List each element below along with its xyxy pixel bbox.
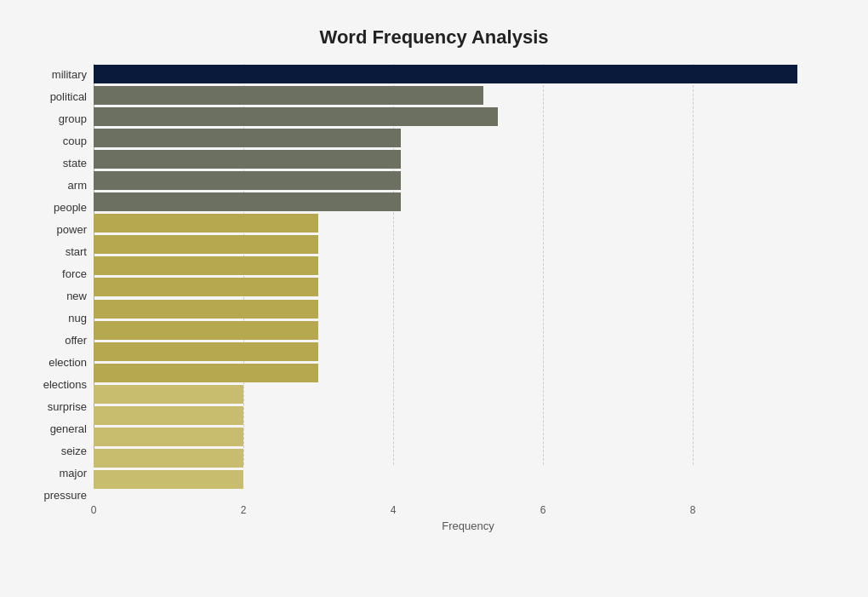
bar-row (94, 255, 842, 277)
bar-row (94, 192, 842, 213)
bar-row (94, 213, 842, 234)
y-label: force (62, 263, 87, 285)
y-label: major (59, 462, 87, 485)
bar-row (94, 234, 842, 255)
bar (94, 256, 318, 275)
y-label: pressure (43, 485, 87, 507)
bar-row (94, 383, 842, 405)
y-label: coup (63, 130, 87, 152)
bar (94, 86, 483, 105)
bar (94, 385, 243, 404)
x-axis-label: 6 (540, 504, 546, 516)
y-label: start (66, 241, 87, 263)
bar (94, 192, 401, 211)
y-label: political (50, 86, 87, 108)
bar (94, 150, 401, 169)
bar (94, 321, 318, 340)
bar-row (94, 106, 842, 128)
bar (94, 235, 318, 254)
bars-wrapper (94, 64, 842, 491)
bar-row (94, 85, 842, 106)
bar (94, 65, 797, 83)
bars-section: 02468 Frequency (94, 64, 842, 532)
y-label: power (57, 219, 87, 241)
bar-row (94, 362, 842, 383)
bar (94, 278, 318, 296)
y-label: election (49, 352, 87, 374)
bar (94, 171, 401, 190)
y-label: offer (65, 330, 87, 352)
bar (94, 214, 318, 232)
bar-row (94, 468, 842, 490)
bar-row (94, 298, 842, 319)
y-label: seize (61, 440, 87, 462)
bar (94, 300, 318, 319)
y-label: nug (68, 307, 87, 330)
bar (94, 129, 401, 147)
bar (94, 406, 243, 425)
bar (94, 342, 318, 361)
y-label: surprise (48, 396, 87, 418)
bar-row (94, 447, 842, 468)
x-axis-labels: 02468 (94, 499, 842, 516)
bar-row (94, 149, 842, 170)
bar-row (94, 341, 842, 362)
x-axis-title: Frequency (94, 520, 842, 532)
chart-container: Word Frequency Analysis militarypolitica… (9, 9, 859, 588)
bar (94, 364, 318, 382)
y-labels: militarypoliticalgroupcoupstatearmpeople… (26, 64, 94, 532)
bar-row (94, 64, 842, 85)
bar-row (94, 277, 842, 298)
bar-row (94, 426, 842, 447)
y-label: military (52, 64, 87, 86)
y-label: elections (43, 374, 87, 396)
bar (94, 470, 243, 489)
x-axis-label: 8 (690, 504, 696, 516)
bar-row (94, 170, 842, 192)
bar-row (94, 128, 842, 149)
x-axis-label: 2 (241, 504, 247, 516)
x-axis: 02468 (94, 491, 842, 516)
y-label: new (66, 285, 87, 307)
y-label: general (50, 418, 87, 440)
bar (94, 449, 243, 468)
y-label: state (63, 152, 87, 175)
chart-title: Word Frequency Analysis (26, 26, 842, 49)
chart-area: militarypoliticalgroupcoupstatearmpeople… (26, 64, 842, 532)
x-axis-label: 0 (91, 504, 97, 516)
bar (94, 107, 498, 126)
y-label: group (59, 108, 87, 130)
y-label: people (54, 197, 87, 219)
y-label: arm (68, 175, 87, 197)
bar (94, 428, 243, 446)
bar-row (94, 319, 842, 341)
x-axis-label: 4 (391, 504, 397, 516)
bar-row (94, 405, 842, 426)
